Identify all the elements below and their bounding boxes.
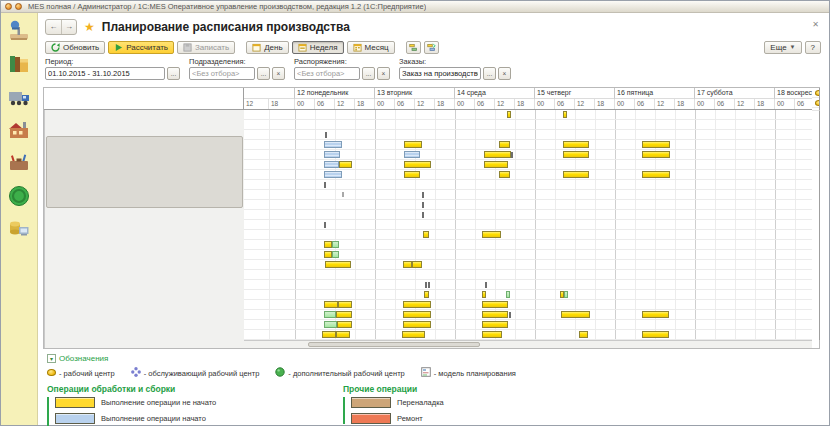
gantt-bar[interactable] (482, 311, 508, 318)
gantt-bar[interactable] (403, 311, 431, 318)
gantt-bar[interactable] (338, 301, 352, 308)
gantt-bar[interactable] (511, 152, 513, 158)
filter-input[interactable] (45, 67, 165, 80)
gantt-bar[interactable] (337, 321, 352, 328)
calculate-button[interactable]: Рассчитать (108, 41, 174, 54)
gantt-bar[interactable] (403, 301, 431, 308)
favorite-star-icon[interactable]: ★ (84, 21, 95, 33)
gantt-bar[interactable] (325, 261, 351, 268)
gantt-bar[interactable] (563, 151, 589, 158)
gantt-bar[interactable] (324, 151, 340, 158)
gantt-bar[interactable] (422, 212, 424, 218)
choose-button[interactable]: ... (257, 67, 270, 80)
gantt-bar[interactable] (404, 151, 420, 158)
export-button[interactable] (424, 41, 439, 54)
vertical-scrollbar[interactable] (44, 110, 244, 348)
back-button[interactable]: ← (46, 20, 61, 34)
gantt-bar[interactable] (324, 241, 332, 248)
save-button[interactable]: Записать (177, 41, 235, 54)
gantt-bar[interactable] (402, 331, 425, 338)
filter-input[interactable] (294, 67, 360, 80)
gantt-bar[interactable] (425, 282, 427, 288)
gantt-bar[interactable] (336, 331, 350, 338)
clear-filter-button[interactable]: × (377, 67, 390, 80)
gantt-bar[interactable] (482, 231, 501, 238)
gantt-bar[interactable] (561, 311, 590, 318)
gantt-row-label[interactable]: +КД-2122 Пресс кривошипный (812, 88, 819, 98)
gantt-bar[interactable] (322, 331, 336, 338)
gantt-row-label[interactable]: +Р-130 Резьбонарезной станок (812, 98, 819, 108)
close-form-icon[interactable]: ✕ (812, 21, 819, 29)
gantt-bar[interactable] (336, 311, 352, 318)
gantt-bar[interactable] (324, 141, 342, 148)
vertical-scrollbar-thumb[interactable] (46, 136, 243, 208)
horizontal-scrollbar-thumb[interactable] (308, 342, 480, 347)
more-button[interactable]: Еще▼ (764, 41, 801, 54)
gantt-bar[interactable] (403, 261, 412, 268)
gantt-bar[interactable] (423, 231, 429, 238)
gantt-bar[interactable] (422, 202, 424, 208)
gantt-bar[interactable] (642, 311, 669, 318)
day-view-button[interactable]: День (246, 41, 288, 54)
sidebar-item-catalog-books[interactable] (7, 52, 31, 76)
gantt-bar[interactable] (482, 331, 502, 338)
gantt-bar[interactable] (325, 132, 327, 138)
forward-button[interactable]: → (61, 20, 76, 34)
gantt-bar[interactable] (428, 282, 430, 288)
gantt-bar[interactable] (482, 291, 486, 298)
gantt-bar[interactable] (507, 111, 511, 118)
gantt-bar[interactable] (332, 251, 339, 258)
gantt-bar[interactable] (412, 261, 422, 268)
gantt-bar[interactable] (642, 171, 670, 178)
sidebar-item-finance-coin[interactable] (7, 184, 31, 208)
gantt-bar[interactable] (324, 161, 339, 168)
sidebar-item-tools-box[interactable] (7, 151, 31, 175)
month-view-button[interactable]: Месяц (347, 41, 395, 54)
gantt-bar[interactable] (324, 321, 337, 328)
system-menu2-icon[interactable] (15, 3, 22, 10)
chart-setup-button[interactable] (406, 41, 421, 54)
gantt-bar[interactable] (579, 331, 588, 338)
week-view-button[interactable]: Неделя (292, 41, 344, 54)
gantt-bar[interactable] (642, 151, 670, 158)
gantt-bar[interactable] (404, 141, 422, 148)
clear-filter-button[interactable]: × (498, 67, 511, 80)
gantt-bar[interactable] (404, 171, 420, 178)
filter-input[interactable] (189, 67, 255, 80)
gantt-bar[interactable] (564, 291, 568, 298)
sidebar-item-logistics-truck[interactable] (7, 85, 31, 109)
gantt-bar[interactable] (642, 331, 669, 338)
system-menu-icon[interactable] (5, 3, 12, 10)
filter-input[interactable] (399, 67, 481, 80)
gantt-bar[interactable] (324, 171, 342, 178)
gantt-bar[interactable] (404, 161, 431, 168)
gantt-bar[interactable] (563, 141, 589, 148)
sidebar-item-production-factory[interactable] (7, 118, 31, 142)
gantt-bar[interactable] (482, 321, 508, 328)
gantt-bar[interactable] (424, 291, 429, 298)
gantt-bar[interactable] (642, 141, 670, 148)
choose-button[interactable]: ... (483, 67, 496, 80)
choose-button[interactable]: ... (167, 67, 180, 80)
gantt-bar[interactable] (482, 301, 508, 308)
gantt-bar[interactable] (509, 312, 511, 318)
sidebar-item-desktop-lamp[interactable] (7, 19, 31, 43)
gantt-bar[interactable] (324, 311, 336, 318)
gantt-bar[interactable] (484, 151, 511, 158)
gantt-bar[interactable] (563, 111, 567, 118)
gantt-bar[interactable] (324, 251, 332, 258)
gantt-bar[interactable] (324, 301, 338, 308)
gantt-bar[interactable] (563, 171, 589, 178)
clear-filter-button[interactable]: × (272, 67, 285, 80)
gantt-bar[interactable] (484, 161, 508, 168)
gantt-bar[interactable] (403, 321, 431, 328)
gantt-bar[interactable] (342, 192, 344, 197)
gantt-bar[interactable] (324, 222, 326, 228)
gantt-bar[interactable] (422, 192, 424, 198)
gantt-bar[interactable] (499, 141, 510, 148)
horizontal-scrollbar[interactable] (244, 340, 812, 348)
sidebar-item-data-computer[interactable] (7, 217, 31, 241)
gantt-bar[interactable] (485, 282, 487, 288)
legend-collapse-toggle[interactable]: ▾ (47, 354, 56, 363)
gantt-bar[interactable] (324, 182, 326, 188)
